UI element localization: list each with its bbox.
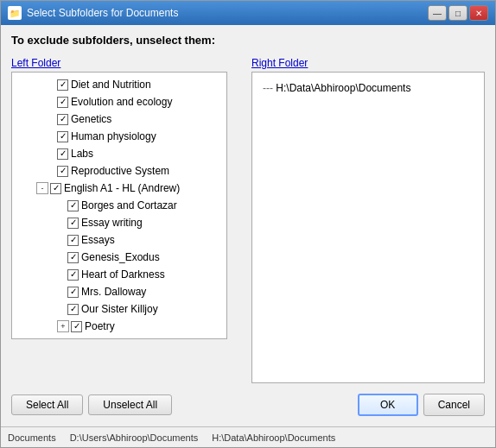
right-tree-scroll[interactable]: --- H:\Data\Abhiroop\Documents <box>252 73 484 382</box>
right-panel-label: Right Folder <box>251 57 485 69</box>
item-label: Essay writing <box>81 215 143 230</box>
list-item[interactable]: Borges and Cortazar <box>14 197 225 214</box>
checkbox-diet[interactable] <box>57 79 68 91</box>
item-label: English A1 - HL (Andrew) <box>64 180 180 196</box>
checkbox-human[interactable] <box>57 131 68 142</box>
right-button-group: OK Cancel <box>358 394 485 416</box>
maximize-button[interactable]: □ <box>448 5 467 21</box>
item-label: Reproductive System <box>71 163 169 179</box>
item-label: Essays <box>81 232 115 248</box>
left-panel: Left Folder Diet and Nutrition <box>11 57 245 383</box>
status-bar: Documents D:\Users\Abhiroop\Documents H:… <box>1 426 495 447</box>
item-label: Genesis_Exodus <box>81 249 160 265</box>
checkbox-genetics[interactable] <box>57 114 68 125</box>
checkbox-essay-writing[interactable] <box>67 218 79 229</box>
checkbox-mrs[interactable] <box>67 287 79 298</box>
checkbox-repro[interactable] <box>57 166 68 177</box>
window-icon: 📁 <box>8 6 22 20</box>
checkbox-essays[interactable] <box>67 235 79 246</box>
list-item[interactable]: Human physiology <box>14 128 225 145</box>
item-label: Poetry <box>85 319 115 334</box>
checkbox-poetry[interactable] <box>71 321 82 332</box>
instruction-text: To exclude subfolders, unselect them: <box>11 34 485 50</box>
checkbox-evolution[interactable] <box>57 97 68 108</box>
select-all-button[interactable]: Select All <box>11 394 83 415</box>
minimize-button[interactable]: — <box>428 5 447 21</box>
list-item[interactable]: Genetics <box>14 110 225 128</box>
button-row: Select All Unselect All OK Cancel <box>11 390 485 420</box>
left-button-group: Select All Unselect All <box>11 394 172 415</box>
item-label: Our Sister Killjoy <box>81 301 158 317</box>
status-item-1: Documents <box>8 432 56 443</box>
item-label: Evolution and ecology <box>71 94 172 110</box>
unselect-all-button[interactable]: Unselect All <box>88 394 172 415</box>
list-item[interactable]: Reproductive System <box>14 162 225 180</box>
title-buttons: — □ ✕ <box>428 5 488 21</box>
expand-poetry[interactable]: + <box>57 320 69 332</box>
close-button[interactable]: ✕ <box>469 5 488 21</box>
right-panel-content: --- H:\Data\Abhiroop\Documents <box>251 72 485 383</box>
item-label: Diet and Nutrition <box>71 77 151 92</box>
item-label: Labs <box>71 146 93 161</box>
panels-container: Left Folder Diet and Nutrition <box>11 57 485 383</box>
status-item-3: H:\Data\Abhiroop\Documents <box>212 432 335 443</box>
checkbox-sister[interactable] <box>67 304 79 315</box>
checkbox-borges[interactable] <box>67 200 79 211</box>
checkbox-genesis[interactable] <box>67 252 79 263</box>
left-tree-scroll[interactable]: Diet and Nutrition Evolution and ecology <box>12 73 226 338</box>
item-label: Genetics <box>71 111 111 127</box>
list-item[interactable]: Genesis_Exodus <box>14 249 225 266</box>
right-panel-path: --- H:\Data\Abhiroop\Documents <box>256 77 417 99</box>
item-label: Borges and Cortazar <box>81 198 177 213</box>
list-item[interactable]: Mrs. Dalloway <box>14 283 225 300</box>
title-bar: 📁 Select Subfolders for Documents — □ ✕ <box>1 1 495 25</box>
path-prefix: --- <box>263 82 273 94</box>
status-item-2: D:\Users\Abhiroop\Documents <box>70 432 199 443</box>
list-item[interactable]: Labs <box>14 145 225 162</box>
dialog-content: To exclude subfolders, unselect them: Le… <box>1 25 495 426</box>
checkbox-labs[interactable] <box>57 148 68 160</box>
right-panel: Right Folder --- H:\Data\Abhiroop\Docume… <box>251 57 485 383</box>
window-title: Select Subfolders for Documents <box>27 7 178 19</box>
ok-button[interactable]: OK <box>358 394 418 416</box>
dialog-window: 📁 Select Subfolders for Documents — □ ✕ … <box>0 0 496 448</box>
title-bar-left: 📁 Select Subfolders for Documents <box>8 6 178 20</box>
checkbox-heart[interactable] <box>67 269 79 281</box>
expand-english[interactable]: - <box>36 182 48 194</box>
left-panel-content: Diet and Nutrition Evolution and ecology <box>11 72 227 339</box>
item-label: Mrs. Dalloway <box>81 284 146 300</box>
left-panel-label: Left Folder <box>11 57 245 69</box>
item-label: Human physiology <box>71 129 156 144</box>
item-label: Heart of Darkness <box>81 267 165 282</box>
cancel-button[interactable]: Cancel <box>423 394 485 416</box>
list-item[interactable]: Diet and Nutrition <box>14 76 225 93</box>
list-item[interactable]: Our Sister Killjoy <box>14 300 225 318</box>
list-item: --- H:\Data\Abhiroop\Documents <box>254 76 482 100</box>
list-item[interactable]: - English A1 - HL (Andrew) <box>14 180 225 197</box>
list-item[interactable]: Essay writing <box>14 214 225 231</box>
path-value: H:\Data\Abhiroop\Documents <box>276 82 410 94</box>
list-item[interactable]: Heart of Darkness <box>14 266 225 283</box>
list-item[interactable]: Essays <box>14 231 225 249</box>
checkbox-english[interactable] <box>50 183 61 194</box>
list-item[interactable]: + Poetry <box>14 318 225 335</box>
list-item[interactable]: Evolution and ecology <box>14 93 225 110</box>
